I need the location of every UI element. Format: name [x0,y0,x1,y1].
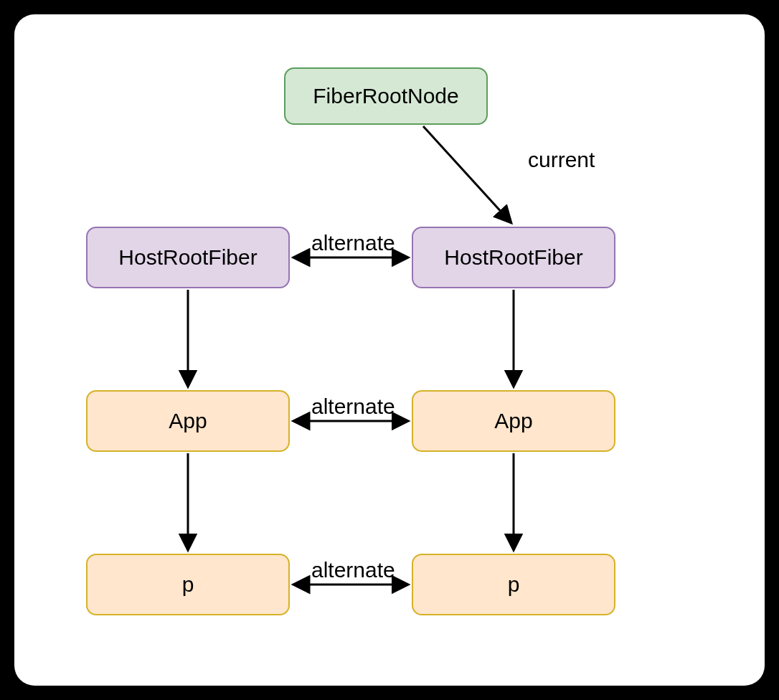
node-host-root-fiber-left: HostRootFiber [86,227,290,288]
node-label: p [508,572,520,597]
node-p-left: p [86,554,290,615]
node-label: App [494,409,532,433]
edge-label-alternate-1: alternate [307,231,400,255]
node-app-right: App [412,390,615,452]
node-app-left: App [86,390,290,452]
node-label: FiberRootNode [313,84,458,108]
node-host-root-fiber-right: HostRootFiber [412,227,615,288]
edge-label-current: current [524,148,599,172]
node-fiber-root-node: FiberRootNode [284,67,488,125]
edge-label-alternate-2: alternate [307,394,400,419]
node-label: App [169,409,207,433]
edge-label-alternate-3: alternate [307,558,400,582]
node-label: HostRootFiber [444,245,582,270]
node-p-right: p [412,554,615,615]
node-label: p [182,572,194,597]
node-label: HostRootFiber [118,245,257,270]
edge-current [423,126,511,222]
diagram-canvas: FiberRootNode HostRootFiber HostRootFibe… [14,14,765,686]
